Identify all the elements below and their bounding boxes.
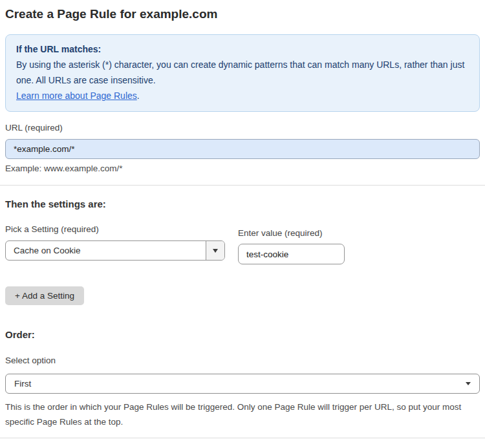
settings-section-heading: Then the settings are: [5, 198, 480, 210]
setting-select-arrow-button[interactable] [206, 241, 224, 260]
setting-select-value: Cache on Cookie [6, 246, 206, 255]
order-select-value: First [14, 379, 31, 389]
link-suffix: . [137, 91, 140, 101]
settings-row: Pick a Setting (required) Cache on Cooki… [5, 224, 480, 264]
learn-more-link[interactable]: Learn more about Page Rules [16, 91, 137, 101]
order-section-heading: Order: [5, 329, 480, 341]
order-select-label: Select option [5, 356, 480, 366]
setting-select[interactable]: Cache on Cookie [5, 240, 225, 261]
url-field-label: URL (required) [5, 123, 480, 133]
info-box-heading: If the URL matches: [16, 41, 469, 57]
setting-value-column: Enter value (required) [238, 224, 345, 264]
add-setting-button[interactable]: + Add a Setting [5, 286, 84, 305]
value-field-label: Enter value (required) [238, 228, 345, 239]
info-box-body: By using the asterisk (*) character, you… [16, 57, 469, 88]
page-title: Create a Page Rule for example.com [5, 6, 480, 22]
divider [0, 438, 485, 438]
order-select[interactable]: First [5, 374, 480, 394]
chevron-down-icon [466, 382, 471, 385]
setting-select-label: Pick a Setting (required) [5, 224, 225, 235]
setting-select-column: Pick a Setting (required) Cache on Cooki… [5, 224, 225, 264]
url-input[interactable] [5, 139, 480, 159]
order-help-text: This is the order in which your Page Rul… [5, 400, 480, 429]
chevron-down-icon [213, 249, 218, 253]
url-example-text: Example: www.example.com/* [5, 164, 480, 173]
url-match-info-box: If the URL matches: By using the asteris… [5, 34, 480, 112]
info-box-link-line: Learn more about Page Rules. [16, 88, 469, 103]
divider [0, 185, 485, 186]
setting-value-input[interactable] [238, 244, 345, 264]
page-rule-form: Create a Page Rule for example.com If th… [0, 0, 485, 448]
